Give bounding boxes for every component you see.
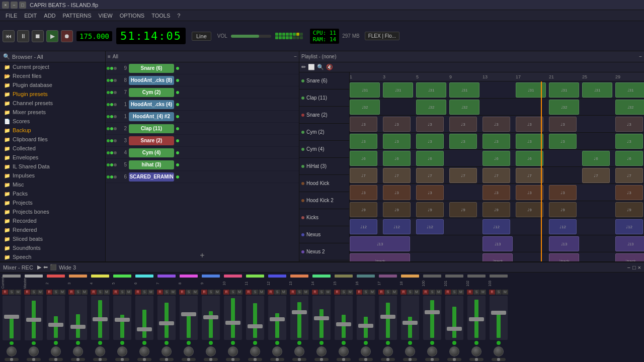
pl-block[interactable]: ♩7	[482, 168, 510, 183]
pl-block[interactable]: ♩31	[449, 82, 479, 98]
pl-block[interactable]: ♩3	[449, 134, 477, 149]
ch-fader-handle[interactable]	[48, 323, 63, 327]
ch-knob[interactable]	[250, 346, 260, 356]
ch-solo-btn[interactable]: S	[407, 290, 413, 295]
ch-pan-slider[interactable]	[182, 358, 196, 361]
ch-fader-handle[interactable]	[137, 327, 152, 331]
pl-block[interactable]: ♩13	[549, 236, 579, 251]
pl-block[interactable]: ♩3	[516, 185, 543, 200]
ch-solo-btn[interactable]: S	[141, 290, 147, 295]
ch-pan-slider[interactable]	[381, 358, 395, 361]
pl-block[interactable]: ♩9	[449, 202, 477, 217]
pl-block[interactable]: ♩7	[449, 168, 477, 183]
ch-fader-handle[interactable]	[248, 324, 263, 328]
ch-rec-btn[interactable]: R	[179, 290, 185, 295]
ch-knob[interactable]	[7, 346, 17, 356]
ch-pan-slider[interactable]	[469, 358, 484, 361]
pl-block[interactable]: ♩track	[615, 253, 644, 261]
ch-knob[interactable]	[73, 346, 83, 356]
pl-block[interactable]: ♩32	[549, 100, 579, 115]
pl-block[interactable]: ♩3	[416, 117, 444, 132]
pl-block[interactable]: ♩13	[482, 236, 513, 251]
ch-pan-slider[interactable]	[93, 358, 107, 361]
ch-rec-btn[interactable]: R	[157, 290, 163, 295]
pl-track-label[interactable]: Track 12	[299, 260, 349, 261]
pl-block[interactable]: ♩7	[383, 168, 411, 183]
ch-fader-handle[interactable]	[358, 324, 373, 328]
cr-dot[interactable]	[107, 103, 110, 106]
pl-block[interactable]: ♩3	[416, 134, 444, 149]
ch-fader-handle[interactable]	[181, 312, 196, 316]
cr-dot[interactable]	[114, 103, 117, 106]
menu-edit[interactable]: EDIT	[21, 12, 40, 20]
ch-rec-btn[interactable]: R	[400, 290, 407, 295]
pl-track-label[interactable]: Snare (2)	[299, 107, 349, 124]
cr-channel-btn[interactable]: Clap (11)	[129, 124, 174, 133]
ch-mute-btn[interactable]: M	[59, 290, 65, 295]
pl-block[interactable]: ♩7	[582, 168, 610, 183]
ch-solo-btn[interactable]: S	[296, 290, 302, 295]
ch-solo-btn[interactable]: S	[164, 290, 170, 295]
pl-block[interactable]: ♩6	[582, 151, 610, 166]
sidebar-item-channel-presets[interactable]: 📁Channel presets	[0, 99, 105, 108]
ch-knob[interactable]	[206, 346, 216, 356]
ch-mute-btn[interactable]: M	[148, 290, 154, 295]
pl-block[interactable]: ♩3	[516, 134, 543, 149]
ch-knob[interactable]	[294, 346, 304, 356]
pl-block[interactable]: ♩6	[516, 151, 543, 166]
cr-dot[interactable]	[107, 139, 110, 142]
ch-pan-slider[interactable]	[359, 358, 373, 361]
cr-dot[interactable]	[107, 67, 110, 70]
cr-dot[interactable]	[107, 115, 110, 118]
cr-dot[interactable]	[114, 67, 117, 70]
ch-knob[interactable]	[51, 346, 61, 356]
pl-block[interactable]: ♩7	[615, 168, 643, 183]
sidebar-item-speech[interactable]: 📁Speech	[0, 252, 105, 261]
ch-solo-btn[interactable]: S	[186, 290, 192, 295]
pl-tool-mute[interactable]: 🔇	[326, 64, 333, 70]
pl-minimize[interactable]: −	[639, 54, 642, 59]
sidebar-item-il-shared-data[interactable]: 📁IL Shared Data	[0, 162, 105, 171]
mixer-close[interactable]: ×	[638, 264, 641, 270]
sidebar-item-recorded[interactable]: 📁Recorded	[0, 216, 105, 225]
cr-dot[interactable]	[110, 79, 113, 82]
sidebar-item-projects[interactable]: 📁Projects	[0, 198, 105, 207]
cr-dot[interactable]	[114, 163, 117, 166]
master-volume-slider[interactable]	[231, 35, 271, 38]
ch-solo-btn[interactable]: S	[363, 290, 369, 295]
ch-rec-btn[interactable]: R	[445, 290, 451, 295]
ch-knob[interactable]	[471, 346, 481, 356]
cr-dot[interactable]	[110, 151, 113, 154]
ch-knob[interactable]	[383, 346, 393, 356]
pl-block[interactable]: ♩3	[482, 134, 510, 149]
ch-mute-btn[interactable]: M	[170, 290, 176, 295]
cr-dot[interactable]	[107, 163, 110, 166]
transport-record[interactable]: ⏺	[61, 30, 73, 42]
ch-pan-slider[interactable]	[49, 358, 63, 361]
ch-mute-btn[interactable]: M	[391, 290, 397, 295]
pl-block[interactable]: ♩6	[416, 151, 444, 166]
max-btn[interactable]: □	[19, 2, 26, 9]
ch-mute-btn[interactable]: M	[214, 290, 220, 295]
pl-tool-select[interactable]: ⬜	[308, 64, 315, 70]
pl-block[interactable]: ♩9	[549, 202, 577, 217]
sidebar-item-current-project[interactable]: 📁Current project	[0, 62, 105, 71]
ch-rec-btn[interactable]: R	[46, 290, 52, 295]
ch-pan-slider[interactable]	[226, 358, 240, 361]
pl-block[interactable]: ♩12	[383, 219, 411, 234]
sidebar-item-sliced-beats[interactable]: 📁Sliced beats	[0, 234, 105, 243]
pl-block[interactable]: ♩9	[416, 202, 444, 217]
ch-solo-btn[interactable]: S	[208, 290, 214, 295]
pl-track-row[interactable]: ♩3♩3♩3♩3♩3♩3♩3♩3♩3	[350, 133, 644, 150]
ch-solo-btn[interactable]: S	[230, 290, 236, 295]
pl-tool-zoom[interactable]: 🔍	[317, 64, 324, 70]
pl-block[interactable]: ♩31	[383, 82, 413, 98]
sidebar-item-plugin-database[interactable]: 📁Plugin database	[0, 80, 105, 89]
ch-solo-btn[interactable]: S	[9, 290, 15, 295]
pl-track-row[interactable]: ♩13♩13♩13♩13♩13	[350, 235, 644, 252]
ch-fader-handle[interactable]	[380, 315, 395, 319]
ch-rec-btn[interactable]: R	[312, 290, 318, 295]
ch-fader-handle[interactable]	[447, 327, 462, 331]
mixer-minimize[interactable]: −	[627, 264, 630, 270]
ch-knob[interactable]	[494, 346, 504, 356]
